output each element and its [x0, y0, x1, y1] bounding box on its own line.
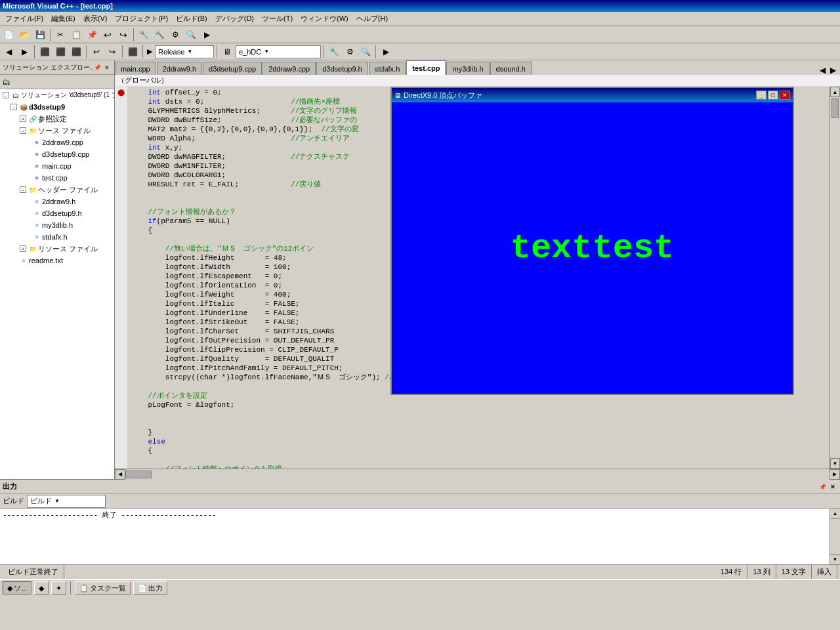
- tb2-icon5[interactable]: ▶: [379, 45, 393, 59]
- scroll-up[interactable]: ▲: [830, 87, 840, 97]
- tab-scroll-right[interactable]: ▶: [828, 66, 837, 75]
- expand-solution[interactable]: -: [3, 92, 9, 98]
- tree-references[interactable]: + 🔗 参照設定: [0, 113, 114, 125]
- menu-debug[interactable]: デバッグ(D): [211, 12, 258, 25]
- tb2-btn4[interactable]: ↩: [89, 45, 104, 59]
- open-button[interactable]: 📂: [17, 28, 32, 42]
- forward-button[interactable]: ▶: [17, 45, 32, 59]
- tab-maincpp[interactable]: main.cpp: [115, 62, 156, 75]
- menu-help[interactable]: ヘルプ(H): [352, 12, 392, 25]
- tab-stdafxh[interactable]: stdafx.h: [369, 62, 406, 75]
- file-d3dsetup9cpp: d3dsetup9.cpp: [42, 150, 89, 158]
- output-scroll-down[interactable]: ▼: [830, 554, 840, 564]
- undo-button[interactable]: ↩: [100, 28, 115, 42]
- taskbar-solution-explorer[interactable]: ◆ ソ...: [3, 581, 32, 595]
- se-tb1[interactable]: 🗂: [1, 77, 12, 87]
- scroll-down[interactable]: ▼: [830, 458, 840, 469]
- new-button[interactable]: 📄: [1, 28, 16, 42]
- menu-project[interactable]: プロジェクト(P): [111, 12, 172, 25]
- output-close[interactable]: ✕: [828, 482, 837, 492]
- tree-my3dlibh[interactable]: ■ my3dlib.h: [0, 219, 114, 231]
- save-button[interactable]: 💾: [33, 28, 47, 42]
- tasklist-icon: 📋: [79, 584, 89, 593]
- txt-icon: ■: [18, 255, 29, 266]
- expand-resource[interactable]: +: [20, 245, 26, 252]
- tree-solution[interactable]: - 🗂 ソリューション 'd3dsetup9' (1 プ: [0, 89, 114, 101]
- tree-maincpp[interactable]: ■ main.cpp: [0, 160, 114, 172]
- editor-scrollbar-v[interactable]: ▲ ▼: [830, 87, 840, 469]
- dx-maximize[interactable]: □: [768, 91, 778, 100]
- tab-d3dsetup9h[interactable]: d3dsetup9.h: [316, 62, 368, 75]
- menu-view[interactable]: 表示(V): [79, 12, 112, 25]
- dx-window[interactable]: 🖥 DirectX9.0 頂点バッファ _ □ ✕ texttest: [390, 87, 794, 395]
- back-button[interactable]: ◀: [1, 45, 16, 59]
- tab-my3dlibh[interactable]: my3dlib.h: [446, 62, 489, 75]
- tb2-icon1[interactable]: 🖥: [220, 45, 234, 59]
- se-pin[interactable]: 📌: [93, 63, 102, 72]
- tree-readme[interactable]: ■ readme.txt: [0, 255, 114, 266]
- dx-close[interactable]: ✕: [780, 91, 790, 100]
- tree-stdafxh[interactable]: ■ stdafx.h: [0, 231, 114, 243]
- se-content[interactable]: - 🗂 ソリューション 'd3dsetup9' (1 プ - 📦 d3dsetu…: [0, 89, 114, 479]
- tb2-btn5[interactable]: ↪: [105, 45, 119, 59]
- tb2-icon3[interactable]: ⚙: [343, 45, 357, 59]
- tb2-btn3[interactable]: ⬛: [69, 45, 83, 59]
- tree-resource-folder[interactable]: + 📁 リソース ファイル: [0, 243, 114, 255]
- tb-icon5[interactable]: ▶: [200, 28, 214, 42]
- output-scrollbar[interactable]: ▲ ▼: [830, 509, 840, 564]
- tb2-icon4[interactable]: 🔍: [358, 45, 373, 59]
- taskbar-tasklist[interactable]: 📋 タスク一覧: [75, 581, 131, 595]
- copy-button[interactable]: 📋: [69, 28, 83, 42]
- h-icon-4: ■: [32, 232, 42, 242]
- expand-project[interactable]: -: [10, 104, 17, 110]
- tree-2ddraw9[interactable]: ■ 2ddraw9.cpp: [0, 136, 114, 148]
- tb2-btn6[interactable]: ⬛: [125, 45, 140, 59]
- scroll-thumb[interactable]: [831, 98, 839, 118]
- tree-source-folder[interactable]: - 📁 ソース ファイル: [0, 125, 114, 136]
- se-close[interactable]: ✕: [102, 63, 112, 72]
- tb-icon1[interactable]: 🔧: [136, 28, 151, 42]
- tab-dsoundh[interactable]: dsound.h: [490, 62, 532, 75]
- output-type-dropdown[interactable]: ビルド ▼: [27, 495, 106, 508]
- tree-d3dsetup9h[interactable]: ■ d3dsetup9.h: [0, 207, 114, 219]
- menu-edit[interactable]: 編集(E): [47, 12, 79, 25]
- project-dropdown[interactable]: e_hDC ▼: [236, 45, 321, 58]
- tab-2ddraw9h[interactable]: 2ddraw9.h: [157, 62, 202, 75]
- tree-header-folder[interactable]: - 📁 ヘッダー ファイル: [0, 184, 114, 196]
- expand-header[interactable]: -: [20, 186, 26, 193]
- dx-minimize[interactable]: _: [756, 91, 766, 100]
- output-scroll-up[interactable]: ▲: [830, 509, 840, 519]
- menu-tools[interactable]: ツール(T): [258, 12, 297, 25]
- editor-scrollbar-h[interactable]: ◀ ▶: [115, 469, 840, 479]
- tb2-icon2[interactable]: 🔧: [327, 45, 341, 59]
- scroll-right[interactable]: ▶: [830, 469, 840, 480]
- tab-d3dsetup9cpp[interactable]: d3dsetup9.cpp: [203, 62, 262, 75]
- tab-2ddraw9cpp[interactable]: 2ddraw9.cpp: [262, 62, 316, 75]
- tab-scroll-left[interactable]: ◀: [818, 66, 827, 75]
- tree-testcpp[interactable]: ■ test.cpp: [0, 172, 114, 184]
- tb-icon4[interactable]: 🔍: [184, 28, 198, 42]
- tb-icon2[interactable]: 🔨: [152, 28, 167, 42]
- menu-file[interactable]: ファイル(F): [1, 12, 47, 25]
- menu-window[interactable]: ウィンドウ(W): [297, 12, 352, 25]
- tb2-btn2[interactable]: ⬛: [53, 45, 68, 59]
- scroll-left[interactable]: ◀: [115, 469, 125, 480]
- menu-build[interactable]: ビルド(B): [172, 12, 211, 25]
- cut-button[interactable]: ✂: [53, 28, 68, 42]
- taskbar-btn3[interactable]: ✦: [51, 581, 66, 595]
- paste-button[interactable]: 📌: [85, 28, 99, 42]
- tree-2ddraw9h[interactable]: ■ 2ddraw9.h: [0, 196, 114, 207]
- tb-icon3[interactable]: ⚙: [168, 28, 182, 42]
- tree-d3dsetup9cpp[interactable]: ■ d3dsetup9.cpp: [0, 148, 114, 160]
- tree-project[interactable]: - 📦 d3dsetup9: [0, 101, 114, 113]
- expand-references[interactable]: +: [20, 116, 26, 122]
- taskbar-output[interactable]: 📄 出力: [133, 581, 167, 595]
- configuration-dropdown[interactable]: Release ▼: [155, 45, 214, 58]
- output-pin[interactable]: 📌: [818, 482, 827, 492]
- tab-testcpp[interactable]: test.cpp: [406, 60, 446, 75]
- redo-button[interactable]: ↪: [116, 28, 131, 42]
- tb2-btn1[interactable]: ⬛: [37, 45, 52, 59]
- scroll-h-thumb[interactable]: [125, 471, 152, 478]
- expand-source[interactable]: -: [20, 127, 26, 134]
- taskbar-btn2[interactable]: ◆: [34, 581, 49, 595]
